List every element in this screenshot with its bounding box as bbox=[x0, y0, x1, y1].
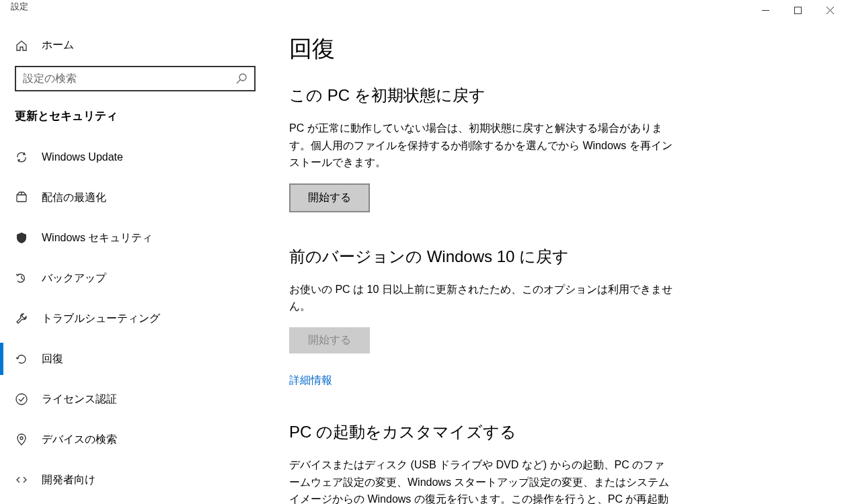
svg-point-9 bbox=[20, 437, 23, 439]
window-title: 設定 bbox=[11, 0, 28, 13]
check-circle-icon bbox=[15, 392, 28, 406]
sidebar-home-label: ホーム bbox=[42, 38, 74, 52]
sidebar-item-label: トラブルシューティング bbox=[42, 312, 160, 326]
search-box[interactable] bbox=[15, 66, 256, 91]
sidebar-home[interactable]: ホーム bbox=[0, 32, 269, 59]
maximize-icon bbox=[794, 7, 802, 14]
section-text: お使いの PC は 10 日以上前に更新されたため、このオプションは利用できませ… bbox=[289, 281, 672, 315]
backup-icon bbox=[15, 271, 28, 285]
svg-line-5 bbox=[237, 80, 240, 83]
sidebar-item-recovery[interactable]: 回復 bbox=[0, 339, 269, 379]
window-controls bbox=[749, 0, 846, 20]
goback-start-button: 開始する bbox=[289, 327, 370, 353]
delivery-icon bbox=[15, 191, 28, 204]
search-container bbox=[0, 59, 269, 101]
minimize-button[interactable] bbox=[749, 0, 781, 20]
recovery-icon bbox=[15, 352, 28, 366]
search-input[interactable] bbox=[23, 73, 235, 85]
page-title: 回復 bbox=[289, 34, 826, 65]
main-content: 回復 この PC を初期状態に戻す PC が正常に動作していない場合は、初期状態… bbox=[269, 22, 846, 504]
close-icon bbox=[826, 7, 834, 14]
sidebar-item-backup[interactable]: バックアップ bbox=[0, 258, 269, 298]
more-info-link[interactable]: 詳細情報 bbox=[289, 374, 332, 388]
location-icon bbox=[15, 433, 28, 446]
wrench-icon bbox=[15, 312, 28, 325]
sidebar-item-label: Windows セキュリティ bbox=[42, 231, 153, 245]
svg-rect-6 bbox=[17, 195, 26, 202]
sidebar-item-delivery-optimization[interactable]: 配信の最適化 bbox=[0, 177, 269, 218]
sidebar-item-label: 配信の最適化 bbox=[42, 191, 106, 205]
maximize-button[interactable] bbox=[781, 0, 814, 20]
sidebar-item-windows-update[interactable]: Windows Update bbox=[0, 137, 269, 177]
sidebar-item-activation[interactable]: ライセンス認証 bbox=[0, 379, 269, 419]
section-advanced-startup: PC の起動をカスタマイズする デバイスまたはディスク (USB ドライブや D… bbox=[289, 421, 826, 504]
minimize-icon bbox=[762, 7, 769, 14]
svg-point-4 bbox=[239, 74, 246, 81]
section-go-back: 前のバージョンの Windows 10 に戻す お使いの PC は 10 日以上… bbox=[289, 246, 826, 388]
svg-point-8 bbox=[16, 394, 27, 405]
sidebar-item-for-developers[interactable]: 開発者向け bbox=[0, 460, 269, 500]
search-icon bbox=[235, 73, 247, 85]
sync-icon bbox=[15, 151, 28, 164]
sidebar-item-label: ライセンス認証 bbox=[42, 392, 117, 407]
section-reset-pc: この PC を初期状態に戻す PC が正常に動作していない場合は、初期状態に戻す… bbox=[289, 85, 826, 212]
reset-start-button[interactable]: 開始する bbox=[289, 183, 370, 212]
sidebar: ホーム 更新とセキュリティ Windows Update bbox=[0, 22, 269, 504]
shield-icon bbox=[15, 231, 28, 245]
sidebar-item-label: Windows Update bbox=[42, 151, 123, 163]
sidebar-item-troubleshoot[interactable]: トラブルシューティング bbox=[0, 298, 269, 339]
titlebar: 設定 bbox=[0, 0, 846, 22]
sidebar-item-label: バックアップ bbox=[42, 271, 106, 286]
sidebar-section-title: 更新とセキュリティ bbox=[0, 101, 269, 137]
section-text: デバイスまたはディスク (USB ドライブや DVD など) からの起動、PC … bbox=[289, 456, 672, 504]
sidebar-item-windows-security[interactable]: Windows セキュリティ bbox=[0, 218, 269, 258]
sidebar-item-label: 開発者向け bbox=[42, 473, 95, 487]
home-icon bbox=[15, 39, 28, 52]
section-heading: PC の起動をカスタマイズする bbox=[289, 421, 826, 443]
sidebar-item-find-my-device[interactable]: デバイスの検索 bbox=[0, 419, 269, 460]
sidebar-item-label: 回復 bbox=[42, 352, 63, 366]
code-icon bbox=[15, 473, 28, 487]
section-text: PC が正常に動作していない場合は、初期状態に戻すと解決する場合があります。個人… bbox=[289, 120, 672, 171]
sidebar-item-label: デバイスの検索 bbox=[42, 433, 117, 447]
section-heading: この PC を初期状態に戻す bbox=[289, 85, 826, 106]
close-button[interactable] bbox=[814, 0, 846, 20]
section-heading: 前のバージョンの Windows 10 に戻す bbox=[289, 246, 826, 267]
sidebar-nav: Windows Update 配信の最適化 Windows セキュリティ バック… bbox=[0, 137, 269, 500]
svg-rect-1 bbox=[794, 7, 801, 13]
